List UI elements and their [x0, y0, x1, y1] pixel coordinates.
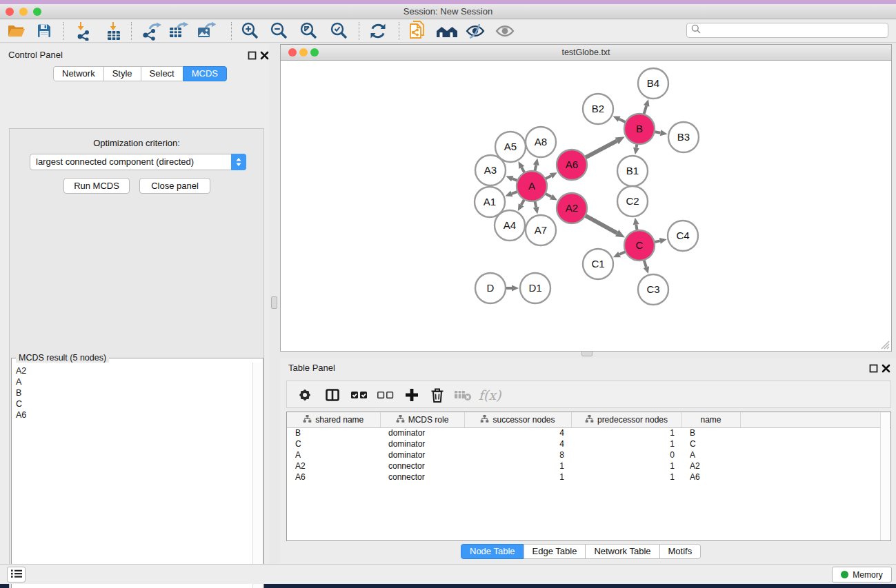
close-panel-button[interactable]: Close panel — [139, 178, 210, 194]
table-row[interactable]: Cdominator41C — [287, 438, 890, 449]
tab-network-table[interactable]: Network Table — [585, 544, 659, 559]
mcds-result-item[interactable]: A6 — [12, 409, 252, 420]
export-table-icon[interactable] — [166, 21, 190, 41]
tab-mcds[interactable]: MCDS — [183, 66, 227, 81]
table-cell[interactable]: C — [287, 438, 380, 449]
graph-node-label: D1 — [528, 282, 541, 294]
network-minimize-traffic-light-icon[interactable] — [299, 48, 308, 57]
hide-selected-icon[interactable] — [463, 21, 488, 41]
table-cell[interactable]: C — [681, 438, 740, 449]
search-input[interactable] — [704, 26, 888, 35]
table-cell[interactable]: A2 — [681, 460, 740, 472]
import-table-icon[interactable] — [101, 21, 126, 41]
network-close-traffic-light-icon[interactable] — [288, 48, 297, 57]
table-row[interactable]: A6connector11A6 — [287, 472, 890, 483]
vertical-split-handle[interactable] — [271, 296, 277, 309]
clear-checks-icon[interactable] — [375, 385, 397, 405]
table-row[interactable]: Bdominator41B — [287, 427, 890, 438]
close-panel-icon[interactable] — [260, 50, 269, 59]
tab-motifs[interactable]: Motifs — [659, 544, 701, 559]
mcds-result-item[interactable]: A2 — [12, 365, 252, 376]
memory-button[interactable]: Memory — [832, 567, 892, 582]
table-cell[interactable]: dominator — [380, 438, 464, 449]
add-column-icon[interactable] — [401, 385, 423, 405]
horizontal-split-handle[interactable] — [581, 351, 593, 356]
export-network-icon[interactable] — [139, 21, 164, 41]
graph-edge[interactable] — [584, 215, 617, 233]
table-cell[interactable]: 1 — [571, 438, 681, 449]
table-cell[interactable]: 1 — [464, 472, 571, 483]
tab-node-table[interactable]: Node Table — [461, 544, 524, 559]
import-network-icon[interactable] — [70, 21, 95, 41]
column-header-name[interactable]: name — [681, 412, 740, 427]
close-traffic-light-icon[interactable] — [6, 8, 14, 16]
mcds-list-scrollbar[interactable] — [252, 363, 262, 588]
split-columns-icon[interactable] — [321, 385, 344, 405]
table-cell[interactable]: B — [287, 427, 380, 438]
criterion-select[interactable]: largest connected component (directed) — [30, 154, 246, 170]
refresh-icon[interactable] — [366, 21, 390, 41]
show-all-icon[interactable] — [492, 21, 517, 41]
table-cell[interactable]: connector — [380, 472, 464, 483]
column-header-predecessor-nodes[interactable]: predecessor nodes — [571, 412, 681, 427]
table-cell[interactable]: A6 — [287, 472, 380, 483]
table-cell[interactable]: 4 — [464, 438, 571, 449]
float-panel-icon[interactable] — [248, 50, 257, 59]
table-cell[interactable]: 1 — [464, 460, 571, 472]
table-cell[interactable]: connector — [380, 460, 464, 472]
task-history-button[interactable] — [7, 567, 26, 582]
network-canvas[interactable]: AA6A2BCA1A3A4A5A7A8B1B2B3B4C1C2C3C4DD1 — [281, 61, 891, 351]
table-cell[interactable]: B — [681, 427, 740, 438]
resize-grip-icon[interactable] — [881, 341, 890, 349]
network-window-titlebar[interactable]: testGlobe.txt — [281, 45, 891, 61]
table-row[interactable]: Adominator80A — [287, 449, 890, 460]
save-icon[interactable] — [32, 21, 57, 41]
mcds-result-item[interactable]: C — [12, 398, 252, 409]
delete-column-icon[interactable] — [426, 385, 448, 405]
minimize-traffic-light-icon[interactable] — [19, 8, 28, 16]
tab-edge-table[interactable]: Edge Table — [524, 544, 586, 559]
table-cell[interactable]: A2 — [287, 460, 380, 472]
zoom-fit-icon[interactable] — [297, 21, 321, 41]
tab-network[interactable]: Network — [53, 66, 104, 81]
table-cell[interactable]: 0 — [571, 449, 681, 460]
table-cell[interactable]: 1 — [571, 460, 681, 472]
table-cell[interactable]: 8 — [464, 449, 571, 460]
table-cell[interactable]: A6 — [681, 472, 740, 483]
table-cell[interactable]: A — [681, 449, 740, 460]
network-file-icon[interactable] — [405, 21, 430, 41]
table-cell[interactable]: 4 — [464, 427, 571, 438]
gear-icon[interactable] — [294, 385, 316, 405]
column-header-successor-nodes[interactable]: successor nodes — [464, 412, 571, 427]
search-field[interactable] — [686, 23, 888, 38]
column-header-mcds-role[interactable]: MCDS role — [380, 412, 464, 427]
zoom-selected-icon[interactable] — [327, 21, 352, 41]
export-image-icon[interactable] — [193, 21, 218, 41]
mcds-result-list[interactable]: A2ABCA6 — [12, 363, 252, 588]
delete-table-icon[interactable] — [452, 385, 474, 405]
table-cell[interactable]: dominator — [380, 427, 464, 438]
tab-style[interactable]: Style — [103, 66, 141, 81]
table-cell[interactable]: A — [287, 449, 380, 460]
zoom-out-icon[interactable] — [267, 21, 292, 41]
table-close-panel-icon[interactable] — [882, 363, 890, 372]
table-row[interactable]: A2connector11A2 — [287, 460, 890, 472]
table-cell[interactable]: dominator — [380, 449, 464, 460]
home-icon[interactable] — [435, 21, 459, 41]
table-float-panel-icon[interactable] — [869, 363, 878, 372]
mcds-result-item[interactable]: B — [12, 387, 252, 398]
select-all-checks-icon[interactable] — [348, 385, 370, 405]
zoom-in-icon[interactable] — [238, 21, 263, 41]
mcds-result-item[interactable]: A — [12, 376, 252, 387]
tab-select[interactable]: Select — [141, 66, 183, 81]
open-folder-icon[interactable] — [4, 21, 29, 41]
table-scrollbar[interactable] — [880, 412, 890, 540]
table-cell[interactable]: 1 — [571, 427, 681, 438]
function-builder-icon[interactable]: f(x) — [479, 385, 501, 405]
network-zoom-traffic-light-icon[interactable] — [310, 48, 319, 57]
run-mcds-button[interactable]: Run MCDS — [63, 178, 130, 194]
zoom-traffic-light-icon[interactable] — [33, 8, 41, 16]
table-cell[interactable]: 1 — [571, 472, 681, 483]
graph-edge[interactable] — [584, 141, 617, 158]
column-header-shared-name[interactable]: shared name — [287, 412, 380, 427]
